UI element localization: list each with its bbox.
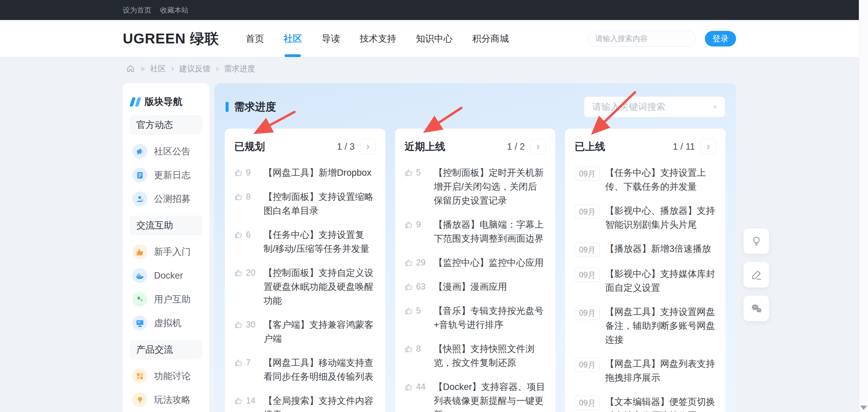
sidebar-item-feature-discuss[interactable]: 功能讨论 (130, 364, 202, 388)
home-icon[interactable] (126, 64, 135, 73)
sidebar-section-official[interactable]: 官方动态 (130, 115, 202, 135)
page-scrollbar[interactable] (859, 0, 868, 412)
set-home-link[interactable]: 设为首页 (123, 5, 151, 15)
nav-points-mall[interactable]: 积分商城 (472, 20, 509, 57)
bulb-outline-icon (750, 235, 763, 248)
list-item[interactable]: 29【监控中心】监控中心应用 (405, 256, 546, 270)
next-page-button[interactable]: › (700, 139, 716, 154)
vote-count[interactable]: 9 (234, 166, 258, 180)
feature-title: 【控制面板】支持自定义设置硬盘休眠功能及硬盘唤醒功能 (264, 266, 376, 308)
sidebar-item-beta[interactable]: 公测招募 (130, 187, 202, 211)
scroll-down-arrow-icon[interactable] (860, 406, 867, 410)
vote-count[interactable]: 5 (405, 304, 428, 332)
vote-count[interactable]: 30 (234, 318, 258, 346)
thumbs-up-icon (405, 220, 413, 229)
list-item[interactable]: 30【客户端】支持兼容鸿蒙客户端 (234, 318, 376, 346)
thumbs-up-filled-icon (132, 244, 147, 259)
pagination-text: 1 / 3 (337, 142, 355, 152)
list-item[interactable]: 9【播放器】电脑端：字幕上下范围支持调整到画面边界 (405, 218, 546, 246)
sidebar-section-exchange[interactable]: 交流互助 (130, 216, 202, 235)
nav-community[interactable]: 社区 (284, 20, 302, 57)
sidebar-item-user-help[interactable]: 用户互助 (130, 287, 202, 311)
list-item[interactable]: 09月【播放器】新增3倍速播放 (575, 242, 716, 257)
sidebar-item-tips[interactable]: 玩法攻略 (130, 388, 202, 412)
login-button[interactable]: 登录 (705, 31, 736, 46)
sidebar-section-product[interactable]: 产品交流 (130, 340, 202, 359)
feature-title: 【影视中心】支持媒体库封面自定义设置 (605, 267, 716, 295)
nav-knowledge[interactable]: 知识中心 (416, 20, 452, 57)
idea-button[interactable] (744, 228, 769, 254)
feature-title: 【Docker】支持容器、项目列表镜像更新提醒与一键更新 (434, 380, 546, 412)
column-upcoming: 近期上线 1 / 2 › 5【控制面板】定时开关机新增开启/关闭勾选，关闭后保留… (395, 129, 556, 412)
vote-count[interactable]: 7 (234, 356, 258, 384)
nav-tech-support[interactable]: 技术支持 (360, 20, 396, 57)
vote-count[interactable]: 44 (405, 380, 428, 412)
date-badge: 09月 (575, 396, 600, 410)
column-title: 近期上线 (405, 140, 445, 154)
thumbs-up-icon (234, 358, 243, 367)
page-title: 需求进度 (226, 100, 276, 114)
ugreen-community-page: 设为首页 收藏本站 UGREEN 绿联 首页 社区 导读 技术支持 知识中心 积… (0, 0, 868, 412)
list-item[interactable]: 9【网盘工具】新增Dropbox (234, 166, 376, 180)
nav-home[interactable]: 首页 (246, 20, 264, 57)
breadcrumb-community[interactable]: 社区 (150, 63, 166, 74)
list-item[interactable]: 63【漫画】漫画应用 (405, 280, 546, 294)
feature-title: 【任务中心】支持设置复制/移动/压缩等任务并发量 (264, 228, 376, 256)
breadcrumb-separator: » (140, 64, 145, 73)
thumbs-up-icon (234, 320, 243, 329)
chevron-right-icon: › (366, 139, 370, 153)
vote-count[interactable]: 20 (234, 266, 258, 308)
list-item[interactable]: 09月【影视中心】支持媒体库封面自定义设置 (575, 267, 716, 295)
list-item[interactable]: 09月【任务中心】支持设置上传、下载任务的并发量 (575, 166, 716, 194)
list-item[interactable]: 09月【网盘工具】网盘列表支持拖拽排序展示 (575, 357, 716, 385)
sidebar-item-beginner[interactable]: 新手入门 (130, 240, 202, 264)
thumbs-up-icon (405, 258, 413, 267)
sidebar-item-vm[interactable]: 虚拟机 (130, 311, 202, 335)
list-item[interactable]: 14【全局搜索】支持文件内容搜索 (234, 394, 376, 412)
vote-count[interactable]: 14 (234, 394, 258, 412)
vote-count[interactable]: 63 (405, 280, 428, 294)
list-item[interactable]: 8【控制面板】支持设置缩略图白名单目录 (234, 190, 376, 218)
list-item[interactable]: 09月【网盘工具】支持设置网盘备注，辅助判断多账号网盘连接 (575, 305, 716, 347)
breadcrumb-feedback[interactable]: 建议反馈 (179, 63, 210, 74)
vote-count[interactable]: 6 (234, 228, 258, 256)
feature-title: 【音乐】专辑支持按光盘号+音轨号进行排序 (434, 304, 546, 332)
topbar: 设为首页 收藏本站 (0, 0, 868, 20)
vote-count[interactable]: 8 (405, 342, 428, 370)
add-favorite-link[interactable]: 收藏本站 (160, 5, 189, 15)
list-item[interactable]: 7【网盘工具】移动端支持查看同步任务明细及传输列表 (234, 356, 376, 384)
next-page-button[interactable]: › (360, 139, 376, 154)
thumbs-up-icon (405, 344, 413, 353)
list-item[interactable]: 5【音乐】专辑支持按光盘号+音轨号进行排序 (405, 304, 546, 332)
list-item[interactable]: 09月【影视中心、播放器】支持智能识别剧集片头片尾 (575, 204, 716, 232)
wechat-button[interactable] (744, 296, 769, 321)
list-item[interactable]: 20【控制面板】支持自定义设置硬盘休眠功能及硬盘唤醒功能 (234, 266, 376, 308)
date-badge: 09月 (575, 167, 600, 181)
vote-count[interactable]: 5 (405, 166, 428, 208)
megaphone-icon (132, 144, 147, 159)
list-item[interactable]: 8【快照】支持快照文件浏览，按文件复制还原 (405, 342, 546, 370)
post-button[interactable] (744, 262, 769, 287)
list-item[interactable]: 6【任务中心】支持设置复制/移动/压缩等任务并发量 (234, 228, 376, 256)
floating-toolbar (744, 228, 769, 321)
vote-count[interactable]: 8 (234, 190, 258, 218)
list-item[interactable]: 44【Docker】支持容器、项目列表镜像更新提醒与一键更新 (405, 380, 546, 412)
grid-icon (132, 369, 147, 383)
search-icon[interactable] (713, 102, 717, 112)
nav-guide[interactable]: 导读 (322, 20, 340, 57)
date-badge: 09月 (575, 358, 600, 372)
sidebar-item-docker[interactable]: Docker (130, 264, 202, 287)
main-nav: 首页 社区 导读 技术支持 知识中心 积分商城 (246, 20, 509, 57)
header-search-input[interactable] (595, 34, 694, 43)
next-page-button[interactable]: › (530, 139, 546, 154)
feature-title: 【播放器】新增3倍速播放 (605, 242, 711, 257)
vote-count[interactable]: 9 (405, 218, 428, 246)
site-header: UGREEN 绿联 首页 社区 导读 技术支持 知识中心 积分商城 登录 (0, 20, 868, 57)
list-item[interactable]: 09月【文本编辑器】便签页切换时支持定位原滚轮位置 (575, 395, 716, 412)
ugreen-logo[interactable]: UGREEN 绿联 (123, 29, 219, 48)
vote-count[interactable]: 29 (405, 256, 428, 270)
keyword-search-input[interactable] (592, 101, 713, 113)
list-item[interactable]: 5【控制面板】定时开关机新增开启/关闭勾选，关闭后保留历史设置记录 (405, 166, 546, 208)
sidebar-item-announcement[interactable]: 社区公告 (130, 139, 202, 163)
sidebar-item-changelog[interactable]: 更新日志 (130, 163, 202, 187)
